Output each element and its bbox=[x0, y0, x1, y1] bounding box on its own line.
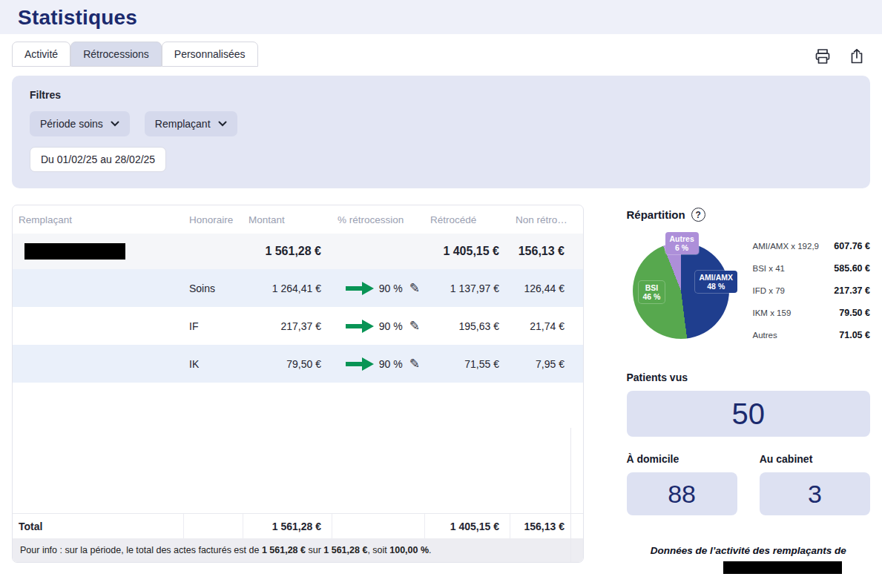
pencil-icon: ✎ bbox=[409, 319, 420, 333]
redacted-replacement-name bbox=[24, 243, 125, 260]
summary-montant: 1 561,28 € bbox=[243, 245, 332, 258]
date-range-button[interactable]: Du 01/02/25 au 28/02/25 bbox=[30, 147, 166, 172]
arrow-right-icon bbox=[346, 357, 374, 371]
non-retrocede-value: 21,74 € bbox=[510, 320, 575, 332]
col-header-montant: Montant bbox=[243, 214, 332, 225]
a-domicile-label: À domicile bbox=[627, 453, 737, 465]
tab-bar: Activité Rétrocessions Personnalisées bbox=[0, 34, 882, 67]
table-footer-note: Pour info : sur la période, le total des… bbox=[13, 538, 583, 562]
pencil-icon: ✎ bbox=[409, 357, 420, 371]
table-row-summary[interactable]: 1 561,28 € 1 405,15 € 156,13 € bbox=[13, 234, 583, 269]
retrocessions-table: Remplaçant Honoraire Montant % rétrocess… bbox=[12, 205, 584, 563]
total-retrocede: 1 405,15 € bbox=[424, 514, 510, 538]
legend-item: IKM x 159 79.50 € bbox=[753, 308, 871, 318]
non-retrocede-value: 7,95 € bbox=[510, 358, 575, 370]
legend-value: 217.37 € bbox=[834, 285, 870, 296]
col-header-retrocede: Rétrocédé bbox=[424, 214, 510, 225]
slice-pct: 48 % bbox=[707, 282, 725, 291]
legend-item: BSI x 41 585.60 € bbox=[753, 263, 871, 274]
legend-item: AMI/AMX x 192,9 607.76 € bbox=[753, 241, 871, 251]
arrow-right-icon bbox=[346, 320, 374, 333]
total-non-retrocede: 156,13 € bbox=[510, 514, 575, 538]
printer-icon bbox=[814, 47, 832, 65]
patients-vus-label: Patients vus bbox=[627, 371, 871, 383]
edit-percentage-button[interactable]: ✎ bbox=[408, 356, 421, 371]
table-row[interactable]: IF 217,37 € 90 % ✎ 195,63 € 21,74 € bbox=[13, 307, 583, 345]
table-scrollbar[interactable] bbox=[570, 428, 571, 563]
col-header-pct-retrocession: % rétrocession bbox=[332, 214, 424, 225]
tab-activite[interactable]: Activité bbox=[12, 42, 70, 67]
col-header-remplacant: Remplaçant bbox=[13, 214, 183, 225]
filters-panel: Filtres Période soins Remplaçant Du 01/0… bbox=[12, 76, 870, 188]
legend-label: IFD x 79 bbox=[753, 286, 785, 295]
pencil-icon: ✎ bbox=[409, 281, 420, 295]
tab-personnalisees[interactable]: Personnalisées bbox=[162, 42, 258, 67]
table-row[interactable]: Soins 1 264,41 € 90 % ✎ 1 137,97 € 126,4… bbox=[13, 269, 583, 307]
non-retrocede-value: 126,44 € bbox=[510, 283, 575, 294]
stats-side-panel: Répartition ? Autres 6 % AMI/AMX 48 % BS… bbox=[627, 205, 871, 574]
total-montant: 1 561,28 € bbox=[243, 514, 332, 538]
tab-retrocessions[interactable]: Rétrocessions bbox=[70, 42, 162, 67]
summary-non-retrocede: 156,13 € bbox=[510, 245, 575, 258]
legend-item: IFD x 79 217.37 € bbox=[753, 285, 871, 296]
note-text: sur bbox=[306, 545, 323, 555]
note-text: Pour info : sur la période, le total des… bbox=[20, 545, 262, 555]
repartition-title: Répartition bbox=[627, 208, 685, 221]
replacement-dropdown-label: Remplaçant bbox=[155, 118, 211, 130]
export-button[interactable] bbox=[846, 46, 867, 67]
note-amount: 1 561,28 € bbox=[262, 545, 306, 555]
table-row[interactable]: IK 79,50 € 90 % ✎ 71,55 € 7,95 € bbox=[13, 345, 583, 383]
slice-label: AMI/AMX bbox=[700, 273, 734, 282]
help-icon[interactable]: ? bbox=[691, 208, 705, 222]
note-text: . bbox=[429, 545, 431, 555]
montant-value: 217,37 € bbox=[243, 320, 332, 332]
filters-title: Filtres bbox=[30, 89, 852, 101]
au-cabinet-value: 3 bbox=[760, 472, 870, 515]
retrocede-value: 71,55 € bbox=[424, 358, 510, 370]
note-text: , soit bbox=[367, 545, 389, 555]
pct-retrocession-value: 90 % bbox=[379, 358, 403, 370]
print-button[interactable] bbox=[812, 46, 833, 67]
summary-retrocede: 1 405,15 € bbox=[424, 245, 510, 258]
share-icon bbox=[848, 47, 866, 65]
honoraire-label: Soins bbox=[183, 283, 243, 294]
chevron-down-icon bbox=[111, 121, 119, 127]
honoraire-label: IF bbox=[183, 320, 243, 332]
note-percentage: 100,00 % bbox=[389, 545, 429, 555]
slice-pct: 46 % bbox=[643, 292, 661, 301]
pie-legend: AMI/AMX x 192,9 607.76 € BSI x 41 585.60… bbox=[753, 232, 871, 352]
total-label: Total bbox=[13, 514, 183, 538]
legend-label: Autres bbox=[753, 331, 777, 340]
pct-retrocession-value: 90 % bbox=[379, 320, 403, 332]
legend-value: 607.76 € bbox=[834, 241, 870, 251]
col-header-non-retrocede: Non rétrocé... bbox=[510, 214, 575, 225]
legend-value: 71.05 € bbox=[839, 330, 870, 340]
honoraire-label: IK bbox=[183, 358, 243, 370]
pie-label-autres: Autres 6 % bbox=[665, 232, 699, 254]
replacement-dropdown[interactable]: Remplaçant bbox=[145, 111, 237, 136]
slice-label: Autres bbox=[670, 234, 694, 243]
legend-value: 79.50 € bbox=[839, 308, 870, 318]
period-dropdown[interactable]: Période soins bbox=[30, 111, 130, 136]
redacted-practitioner-name bbox=[723, 561, 842, 574]
table-header-row: Remplaçant Honoraire Montant % rétrocess… bbox=[13, 205, 583, 234]
edit-percentage-button[interactable]: ✎ bbox=[408, 280, 421, 296]
au-cabinet-label: Au cabinet bbox=[760, 453, 870, 465]
pie-label-ami-amx: AMI/AMX 48 % bbox=[695, 271, 738, 293]
legend-value: 585.60 € bbox=[834, 263, 870, 274]
legend-label: IKM x 159 bbox=[753, 308, 792, 317]
repartition-pie: Autres 6 % AMI/AMX 48 % BSI 46 % bbox=[633, 232, 737, 343]
edit-percentage-button[interactable]: ✎ bbox=[408, 318, 421, 334]
period-dropdown-label: Période soins bbox=[40, 118, 103, 130]
arrow-right-icon bbox=[346, 282, 374, 295]
page-header: Statistiques bbox=[0, 0, 882, 34]
legend-label: BSI x 41 bbox=[753, 264, 785, 273]
side-footnote: Données de l’activité des remplaçants de bbox=[627, 545, 871, 556]
chevron-down-icon bbox=[218, 121, 227, 127]
retrocede-value: 1 137,97 € bbox=[424, 283, 510, 294]
retrocede-value: 195,63 € bbox=[424, 320, 510, 332]
legend-item: Autres 71.05 € bbox=[753, 330, 871, 340]
legend-label: AMI/AMX x 192,9 bbox=[753, 242, 819, 251]
table-empty-space bbox=[13, 383, 583, 513]
slice-label: BSI bbox=[645, 283, 659, 292]
